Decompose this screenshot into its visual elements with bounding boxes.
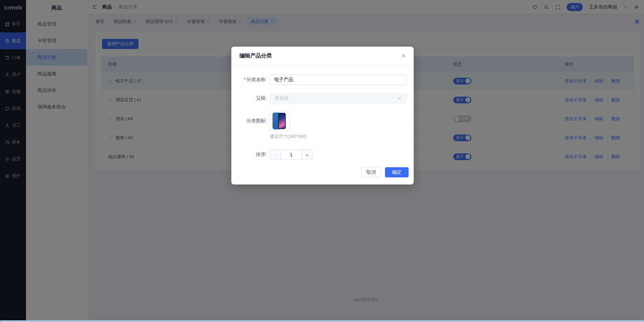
icon-size-hint: 建议尺寸(180*180) — [270, 133, 307, 140]
field-row-icon: 分类图标: — [231, 111, 414, 131]
field-label: *分类名称: — [231, 77, 267, 83]
stepper-value[interactable]: 1 — [281, 150, 302, 159]
required-asterisk: * — [244, 77, 246, 82]
modal-close-icon[interactable]: × — [402, 52, 406, 59]
field-row-parent: 父级: 请选择 — [231, 93, 414, 103]
parent-category-select[interactable]: 请选择 — [270, 93, 406, 103]
chevron-down-icon — [397, 96, 402, 101]
field-label: 分类图标: — [231, 118, 267, 124]
stepper-minus-button[interactable]: − — [270, 150, 281, 159]
phone-screen — [278, 113, 286, 129]
category-name-input[interactable] — [270, 75, 406, 85]
confirm-button[interactable]: 确定 — [385, 167, 409, 177]
select-placeholder: 请选择 — [274, 95, 288, 101]
app-window: crmeb 首页 商品 订单 用户 装修 营销 员工 — [0, 0, 644, 322]
phone-camera-dot — [274, 114, 276, 116]
horizontal-scrollbar[interactable] — [0, 320, 644, 322]
field-label: 父级: — [231, 95, 267, 101]
field-row-name: *分类名称: — [231, 75, 414, 85]
field-row-sort: 排序: − 1 + — [231, 150, 414, 160]
cancel-button[interactable]: 取消 — [361, 167, 381, 177]
sort-stepper: − 1 + — [270, 150, 313, 160]
modal-header: 编辑产品分类 × — [231, 47, 414, 65]
edit-category-modal: 编辑产品分类 × *分类名称: 父级: 请选择 分类图标: — [231, 47, 414, 184]
phone-camera-dot — [276, 116, 278, 118]
stepper-plus-button[interactable]: + — [302, 150, 312, 159]
category-icon-upload[interactable] — [270, 111, 290, 131]
field-label: 排序: — [231, 152, 267, 158]
modal-title: 编辑产品分类 — [239, 52, 272, 59]
